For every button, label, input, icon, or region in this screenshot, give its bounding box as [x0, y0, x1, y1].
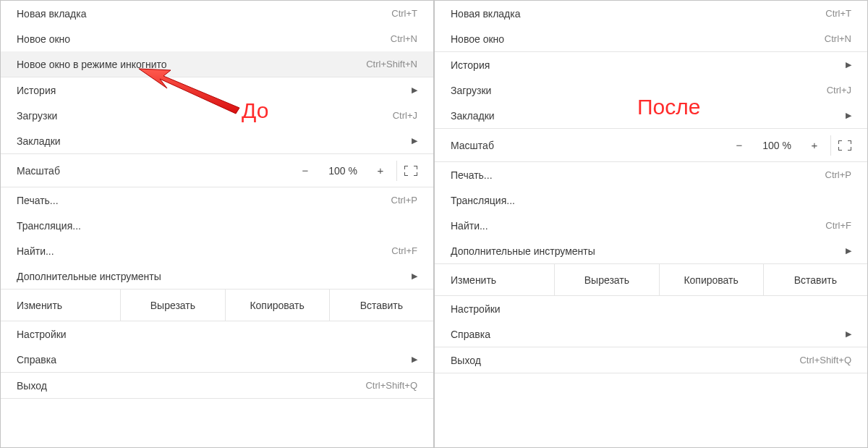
- menu-item-label: Печать...: [17, 195, 59, 206]
- menu-item-label: Печать...: [451, 169, 493, 181]
- menu-item-shortcut: Ctrl+F: [825, 220, 851, 231]
- menu-item-label: Справка: [451, 329, 490, 340]
- menu-item-label: Найти...: [451, 220, 488, 232]
- separator: [396, 161, 397, 181]
- chevron-right-icon: ▶: [412, 136, 417, 145]
- menu-item-label: История: [451, 59, 490, 71]
- menu-item-label: Загрузки: [17, 110, 57, 122]
- menu-item-zoom: Масштаб − 100 % +: [1, 154, 433, 187]
- menu-item-bookmarks[interactable]: Закладки ▶: [1, 128, 433, 153]
- menu-item-label: Найти...: [17, 245, 54, 257]
- menu-item-shortcut: Ctrl+T: [825, 8, 851, 19]
- edit-label: Изменить: [435, 264, 555, 295]
- menu-item-settings[interactable]: Настройки: [435, 296, 867, 321]
- fullscreen-icon[interactable]: [838, 140, 851, 151]
- zoom-in-button[interactable]: +: [375, 164, 386, 177]
- menu-item-history[interactable]: История ▶: [1, 77, 433, 103]
- menu-item-label: Настройки: [17, 329, 67, 340]
- cut-button[interactable]: Вырезать: [555, 264, 659, 295]
- chevron-right-icon: ▶: [846, 111, 851, 120]
- copy-button[interactable]: Копировать: [226, 289, 330, 321]
- chevron-right-icon: ▶: [846, 60, 851, 69]
- menu-item-shortcut: Ctrl+P: [391, 195, 417, 206]
- menu-item-find[interactable]: Найти... Ctrl+F: [435, 213, 867, 238]
- menu-item-label: Новое окно: [17, 33, 70, 45]
- menu-item-history[interactable]: История ▶: [435, 52, 867, 77]
- chevron-right-icon: ▶: [846, 246, 851, 255]
- copy-button[interactable]: Копировать: [660, 264, 764, 295]
- menu-item-incognito[interactable]: Новое окно в режиме инкогнито Ctrl+Shift…: [1, 51, 433, 77]
- menu-item-label: Справка: [17, 354, 56, 365]
- chevron-right-icon: ▶: [846, 329, 851, 339]
- menu-item-label: Выход: [17, 380, 47, 392]
- menu-item-new-window[interactable]: Новое окно Ctrl+N: [1, 26, 433, 51]
- menu-item-label: Новая вкладка: [17, 8, 87, 20]
- menu-item-shortcut: Ctrl+J: [827, 85, 851, 96]
- menu-item-label: Масштаб: [17, 165, 299, 177]
- menu-item-more-tools[interactable]: Дополнительные инструменты ▶: [435, 238, 867, 263]
- menu-item-shortcut: Ctrl+Shift+N: [366, 59, 417, 69]
- menu-item-new-window[interactable]: Новое окно Ctrl+N: [435, 26, 867, 51]
- menu-item-label: Новая вкладка: [451, 8, 521, 20]
- menu-after: Новая вкладка Ctrl+T Новое окно Ctrl+N И…: [434, 0, 868, 448]
- menu-item-label: Выход: [451, 355, 481, 366]
- menu-item-label: Настройки: [451, 303, 501, 315]
- menu-item-find[interactable]: Найти... Ctrl+F: [1, 238, 433, 263]
- cut-button[interactable]: Вырезать: [121, 289, 225, 321]
- menu-item-shortcut: Ctrl+Shift+Q: [365, 380, 417, 391]
- menu-item-label: Закладки: [451, 110, 495, 122]
- menu-item-label: Масштаб: [451, 140, 733, 151]
- menu-item-label: Дополнительные инструменты: [451, 245, 595, 257]
- menu-item-label: Новое окно: [451, 33, 504, 45]
- menu-item-label: История: [17, 85, 56, 96]
- menu-item-label: Дополнительные инструменты: [17, 271, 161, 282]
- menu-item-downloads[interactable]: Загрузки Ctrl+J: [1, 103, 433, 128]
- menu-item-shortcut: Ctrl+Shift+Q: [799, 355, 851, 365]
- menu-item-shortcut: Ctrl+J: [393, 110, 417, 121]
- paste-button[interactable]: Вставить: [330, 289, 433, 321]
- menu-item-settings[interactable]: Настройки: [1, 321, 433, 347]
- menu-item-shortcut: Ctrl+F: [391, 245, 417, 256]
- menu-item-cast[interactable]: Трансляция...: [435, 187, 867, 213]
- chevron-right-icon: ▶: [412, 271, 417, 281]
- menu-item-help[interactable]: Справка ▶: [435, 321, 867, 347]
- zoom-in-button[interactable]: +: [809, 139, 820, 151]
- separator: [830, 135, 831, 156]
- menu-item-label: Загрузки: [451, 85, 491, 96]
- zoom-out-button[interactable]: −: [733, 139, 745, 151]
- chevron-right-icon: ▶: [412, 355, 417, 364]
- menu-item-cast[interactable]: Трансляция...: [1, 213, 433, 238]
- zoom-value: 100 %: [324, 165, 362, 177]
- chevron-right-icon: ▶: [412, 85, 417, 95]
- menu-item-zoom: Масштаб − 100 % +: [435, 129, 867, 162]
- menu-item-exit[interactable]: Выход Ctrl+Shift+Q: [435, 347, 867, 373]
- menu-item-downloads[interactable]: Загрузки Ctrl+J: [435, 77, 867, 103]
- menu-item-new-tab[interactable]: Новая вкладка Ctrl+T: [435, 1, 867, 26]
- menu-item-help[interactable]: Справка ▶: [1, 347, 433, 372]
- edit-label: Изменить: [1, 289, 121, 321]
- menu-item-print[interactable]: Печать... Ctrl+P: [435, 162, 867, 187]
- menu-item-label: Трансляция...: [451, 195, 515, 206]
- zoom-out-button[interactable]: −: [299, 164, 311, 177]
- menu-item-shortcut: Ctrl+N: [825, 33, 851, 44]
- edit-row: Изменить Вырезать Копировать Вставить: [435, 264, 867, 296]
- menu-item-shortcut: Ctrl+T: [391, 8, 417, 19]
- paste-button[interactable]: Вставить: [764, 264, 867, 295]
- menu-item-shortcut: Ctrl+N: [391, 33, 417, 44]
- edit-row: Изменить Вырезать Копировать Вставить: [1, 289, 433, 321]
- menu-item-label: Новое окно в режиме инкогнито: [17, 59, 167, 70]
- menu-before: Новая вкладка Ctrl+T Новое окно Ctrl+N Н…: [0, 0, 434, 448]
- menu-item-exit[interactable]: Выход Ctrl+Shift+Q: [1, 373, 433, 398]
- menu-item-new-tab[interactable]: Новая вкладка Ctrl+T: [1, 1, 433, 26]
- menu-item-more-tools[interactable]: Дополнительные инструменты ▶: [1, 263, 433, 289]
- menu-item-shortcut: Ctrl+P: [825, 169, 851, 180]
- menu-item-label: Закладки: [17, 135, 61, 147]
- menu-item-print[interactable]: Печать... Ctrl+P: [1, 187, 433, 213]
- menu-item-bookmarks[interactable]: Закладки ▶: [435, 103, 867, 128]
- fullscreen-icon[interactable]: [404, 166, 417, 176]
- zoom-value: 100 %: [758, 140, 796, 151]
- menu-item-label: Трансляция...: [17, 220, 81, 232]
